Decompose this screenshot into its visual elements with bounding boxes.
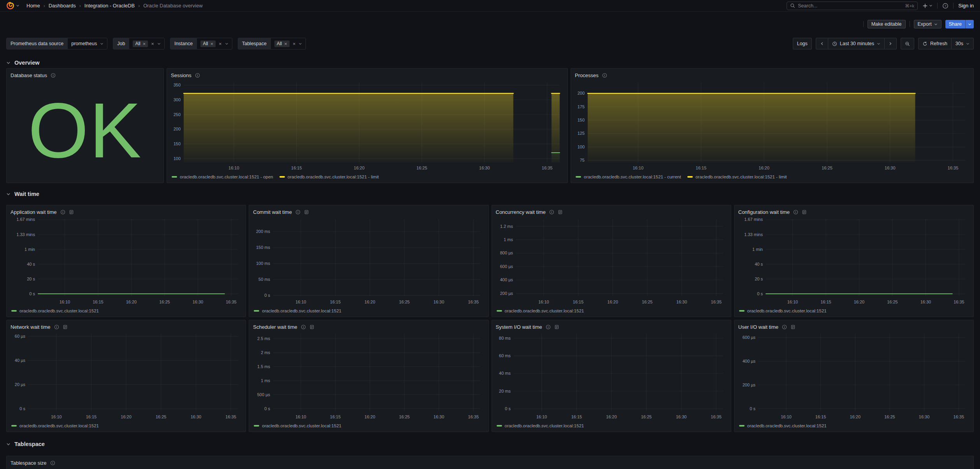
refresh-interval-picker[interactable]: 30s bbox=[952, 38, 974, 49]
info-icon[interactable] bbox=[602, 73, 607, 78]
svg-text:1.67 mins: 1.67 mins bbox=[744, 217, 763, 222]
panel-links-icon[interactable] bbox=[63, 324, 68, 330]
filter-chip[interactable]: All × bbox=[133, 41, 148, 47]
panel-title[interactable]: Concurrency wait time bbox=[496, 209, 546, 215]
info-icon[interactable] bbox=[195, 73, 200, 78]
chip-remove-icon[interactable]: × bbox=[143, 41, 146, 47]
info-icon[interactable] bbox=[51, 73, 56, 78]
share-button[interactable]: Share bbox=[945, 20, 965, 28]
panel-title[interactable]: Sessions bbox=[171, 72, 191, 78]
filter-instance-label: Instance bbox=[170, 38, 197, 49]
panel-links-icon[interactable] bbox=[554, 324, 559, 330]
legend-item[interactable]: oracledb.oracledb.svc.cluster.local:1521… bbox=[576, 175, 681, 179]
panel-links-icon[interactable] bbox=[304, 210, 309, 215]
legend-item[interactable]: oracledb.oracledb.svc.cluster.local:1521 bbox=[739, 309, 827, 313]
logs-button[interactable]: Logs bbox=[793, 38, 812, 49]
info-icon[interactable] bbox=[54, 324, 59, 330]
share-menu-button[interactable] bbox=[965, 20, 974, 28]
legend-item[interactable]: oracledb.oracledb.svc.cluster.local:1521… bbox=[172, 175, 273, 179]
time-range-picker[interactable]: Last 30 minutes bbox=[828, 38, 885, 49]
network-wait-chart[interactable]: 0 s20 µs40 µs60 µs16:1016:1516:2016:2516… bbox=[11, 331, 242, 421]
clear-filter-icon[interactable]: × bbox=[219, 41, 222, 47]
user-io-wait-chart[interactable]: 0 s200 µs400 µs600 µs16:1016:1516:2016:2… bbox=[738, 331, 969, 421]
legend-item[interactable]: oracledb.oracledb.svc.cluster.local:1521 bbox=[497, 423, 584, 428]
zoom-out-button[interactable] bbox=[901, 38, 914, 49]
sessions-chart[interactable]: 10015020025030035016:1016:1516:2016:2516… bbox=[171, 80, 564, 173]
sign-in-button[interactable]: Sign in bbox=[958, 3, 974, 9]
system-io-wait-chart[interactable]: 0 s20 ms40 ms60 ms80 ms16:1016:1516:2016… bbox=[496, 331, 727, 421]
panel-links-icon[interactable] bbox=[309, 324, 314, 330]
info-icon[interactable] bbox=[793, 210, 798, 215]
legend-item[interactable]: oracledb.oracledb.svc.cluster.local:1521 bbox=[497, 309, 584, 313]
svg-text:350: 350 bbox=[174, 83, 181, 87]
refresh-button[interactable]: Refresh bbox=[918, 38, 952, 49]
clear-filter-icon[interactable]: × bbox=[293, 41, 296, 47]
panel-title[interactable]: Tablespace size bbox=[11, 460, 47, 466]
panel-network-wait-time: Network wait time 0 s20 µs40 µs60 µs16:1… bbox=[6, 320, 246, 432]
scheduler-wait-chart[interactable]: 0 s500 µs1 ms1.5 ms2 ms2.5 ms16:1016:151… bbox=[253, 331, 484, 421]
filter-tablespace: Tablespace All × × bbox=[238, 38, 306, 49]
legend-item[interactable]: oracledb.oracledb.svc.cluster.local:1521 bbox=[254, 423, 341, 428]
concurrency-wait-chart[interactable]: 200 µs400 µs600 µs800 µs1 ms1.2 ms16:101… bbox=[496, 217, 727, 307]
time-shift-forward-button[interactable] bbox=[885, 38, 897, 49]
breadcrumb-dashboards[interactable]: Dashboards bbox=[49, 3, 76, 9]
chip-remove-icon[interactable]: × bbox=[211, 41, 214, 47]
panel-title[interactable]: Scheduler wait time bbox=[253, 324, 297, 330]
filter-tablespace-value[interactable]: All × × bbox=[270, 38, 306, 49]
svg-text:16:30: 16:30 bbox=[191, 414, 202, 419]
panel-links-icon[interactable] bbox=[69, 210, 74, 215]
panel-title[interactable]: Processes bbox=[575, 72, 599, 78]
panel-title[interactable]: Database status bbox=[11, 72, 47, 78]
clear-filter-icon[interactable]: × bbox=[151, 41, 154, 47]
filter-chip[interactable]: All × bbox=[274, 41, 290, 47]
time-shift-back-button[interactable] bbox=[816, 38, 828, 49]
datasource-value[interactable]: prometheus bbox=[67, 38, 107, 49]
breadcrumb-home[interactable]: Home bbox=[26, 3, 40, 9]
info-icon[interactable] bbox=[50, 460, 55, 465]
filter-instance-value[interactable]: All × × bbox=[197, 38, 232, 49]
breadcrumb-folder[interactable]: Integration - OracleDB bbox=[84, 3, 135, 9]
processes-chart[interactable]: 7510012515017520016:1016:1516:2016:2516:… bbox=[575, 80, 969, 173]
legend-item[interactable]: oracledb.oracledb.svc.cluster.local:1521… bbox=[279, 175, 379, 179]
make-editable-button[interactable]: Make editable bbox=[868, 20, 906, 28]
configuration-wait-chart[interactable]: 0 s20 s40 s1 min1.33 mins1.67 mins16:101… bbox=[738, 217, 969, 307]
panel-title[interactable]: System I/O wait time bbox=[496, 324, 542, 330]
info-icon[interactable] bbox=[301, 324, 306, 330]
section-overview[interactable]: Overview bbox=[6, 57, 974, 68]
panel-title[interactable]: Commit wait time bbox=[253, 209, 292, 215]
filter-chip[interactable]: All × bbox=[200, 41, 216, 47]
commit-wait-chart[interactable]: 0 s50 ms100 ms150 ms200 ms16:1016:1516:2… bbox=[253, 217, 484, 307]
panel-links-icon[interactable] bbox=[802, 210, 807, 215]
panel-links-icon[interactable] bbox=[558, 210, 563, 215]
info-icon[interactable] bbox=[295, 210, 300, 215]
add-button[interactable] bbox=[922, 3, 933, 9]
panel-title[interactable]: User I/O wait time bbox=[738, 324, 778, 330]
legend-item[interactable]: oracledb.oracledb.svc.cluster.local:1521 bbox=[11, 309, 99, 313]
section-wait-time[interactable]: Wait time bbox=[6, 185, 974, 203]
legend-item[interactable]: oracledb.oracledb.svc.cluster.local:1521… bbox=[687, 175, 787, 179]
section-tablespace[interactable]: Tablespace bbox=[6, 434, 974, 454]
filter-job-value[interactable]: All × × bbox=[129, 38, 164, 49]
panel-title[interactable]: Application wait time bbox=[11, 209, 57, 215]
panel-links-icon[interactable] bbox=[790, 324, 796, 330]
info-icon[interactable] bbox=[546, 324, 551, 330]
legend-item[interactable]: oracledb.oracledb.svc.cluster.local:1521 bbox=[254, 309, 341, 313]
legend-item[interactable]: oracledb.oracledb.svc.cluster.local:1521 bbox=[739, 423, 827, 428]
svg-text:40 µs: 40 µs bbox=[15, 358, 26, 363]
info-icon[interactable] bbox=[549, 210, 554, 215]
info-icon[interactable] bbox=[60, 210, 65, 215]
panel-title[interactable]: Network wait time bbox=[11, 324, 51, 330]
panel-title[interactable]: Configuration wait time bbox=[738, 209, 790, 215]
info-icon[interactable] bbox=[782, 324, 787, 330]
chart-legend: oracledb.oracledb.svc.cluster.local:1521 bbox=[496, 307, 727, 315]
search-input[interactable]: Search... ⌘+k bbox=[787, 2, 918, 10]
svg-text:40 s: 40 s bbox=[755, 262, 763, 266]
export-button[interactable]: Export bbox=[914, 20, 941, 28]
legend-item[interactable]: oracledb.oracledb.svc.cluster.local:1521 bbox=[11, 423, 99, 428]
help-button[interactable]: ? bbox=[942, 3, 948, 9]
application-wait-chart[interactable]: 0 s20 s40 s1 min1.33 mins1.67 mins16:101… bbox=[11, 217, 242, 307]
chip-remove-icon[interactable]: × bbox=[284, 41, 287, 47]
chart-legend: oracledb.oracledb.svc.cluster.local:1521 bbox=[11, 307, 242, 315]
grafana-logo[interactable] bbox=[6, 2, 19, 10]
svg-text:16:35: 16:35 bbox=[225, 414, 236, 419]
